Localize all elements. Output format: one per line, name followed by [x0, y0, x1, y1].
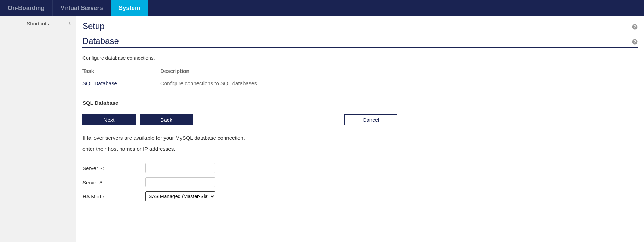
task-description: Configure connections to SQL databases [160, 77, 638, 90]
description-header: Description [160, 66, 638, 77]
tab-on-boarding[interactable]: On-Boarding [0, 0, 53, 16]
sidebar: Shortcuts [0, 16, 76, 242]
task-header: Task [82, 66, 160, 77]
help-icon[interactable]: ? [632, 24, 638, 30]
cancel-button[interactable]: Cancel [344, 114, 397, 125]
tab-system[interactable]: System [111, 0, 148, 16]
tab-virtual-servers[interactable]: Virtual Servers [53, 0, 111, 16]
sidebar-header: Shortcuts [0, 16, 76, 31]
sidebar-title: Shortcuts [27, 21, 49, 27]
task-table: Task Description SQL Database Configure … [82, 66, 638, 90]
top-nav: On-Boarding Virtual Servers System [0, 0, 644, 16]
page-title: Setup [82, 21, 105, 33]
wizard-desc-1: If failover servers are available for yo… [82, 135, 638, 141]
task-link-sql-database[interactable]: SQL Database [82, 80, 117, 86]
server2-input[interactable] [145, 163, 215, 173]
next-button[interactable]: Next [82, 114, 136, 125]
wizard-title: SQL Database [82, 100, 638, 106]
ha-mode-select[interactable]: SAS Managed (Master-Slave) [145, 191, 215, 201]
main-content: Setup ? Database ? Configure database co… [76, 16, 644, 242]
intro-text: Configure database connections. [82, 55, 638, 61]
section-subtitle: Database [82, 36, 119, 47]
server3-label: Server 3: [82, 179, 145, 185]
svg-text:?: ? [634, 40, 636, 44]
sidebar-collapse-icon[interactable] [68, 21, 71, 27]
server2-label: Server 2: [82, 165, 145, 171]
server3-input[interactable] [145, 177, 215, 187]
table-row: SQL Database Configure connections to SQ… [82, 77, 638, 90]
back-button[interactable]: Back [140, 114, 193, 125]
form: Server 2: Server 3: HA Mode: SAS Managed… [82, 163, 638, 201]
wizard-button-row: Next Back Cancel [82, 114, 397, 125]
ha-mode-label: HA Mode: [82, 194, 145, 200]
help-icon[interactable]: ? [632, 39, 638, 45]
svg-text:?: ? [634, 25, 636, 29]
wizard-desc-2: enter their host names or IP addresses. [82, 146, 638, 152]
subtitle-rule [82, 47, 638, 48]
title-rule [82, 33, 638, 33]
